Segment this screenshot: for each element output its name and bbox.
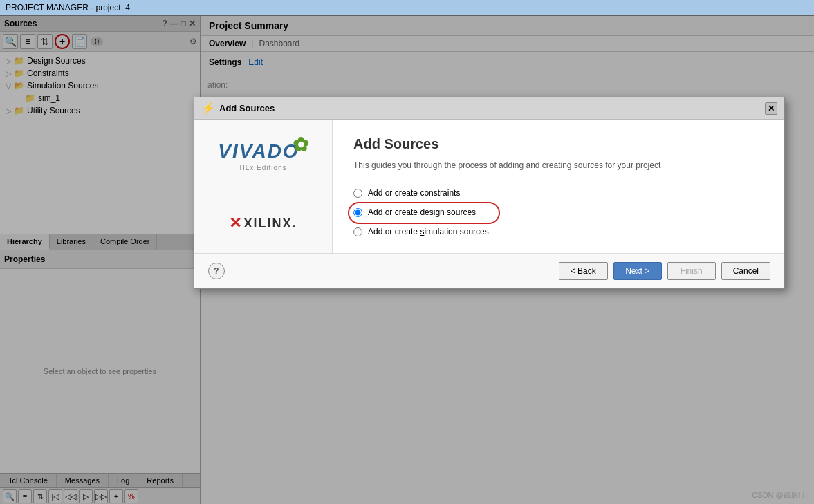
back-button[interactable]: < Back <box>559 262 608 280</box>
option-design-label: Add or create design sources <box>368 207 476 217</box>
dialog-heading: Add Sources <box>353 136 764 152</box>
dialog-body: VIVADO ✿ HLx Editions ✕ XILINX. Add Sour… <box>194 120 784 253</box>
title-text: PROJECT MANAGER - project_4 <box>6 3 130 12</box>
dialog-logo-area: VIVADO ✿ HLx Editions ✕ XILINX. <box>194 120 333 253</box>
vivado-icon: ⚡ <box>201 102 215 115</box>
next-button[interactable]: Next > <box>613 262 662 280</box>
option-simulation-label: Add or create simulation sources <box>368 227 489 236</box>
xilinx-x-icon: ✕ <box>229 214 241 232</box>
watermark: CSDN @疏影hh <box>752 490 807 501</box>
dialog-description: This guides you through the process of a… <box>353 159 764 171</box>
footer-right: < Back Next > Finish Cancel <box>559 262 770 280</box>
option-design-sources[interactable]: Add or create design sources <box>353 207 764 217</box>
radio-design-sources[interactable] <box>353 208 362 217</box>
option-simulation-sources[interactable]: Add or create simulation sources <box>353 227 764 236</box>
radio-simulation-sources[interactable] <box>353 227 362 236</box>
radio-constraints[interactable] <box>353 189 362 198</box>
radio-group: Add or create constraints Add or create … <box>353 188 764 236</box>
vivado-leaf-icon: ✿ <box>293 133 308 156</box>
xilinx-text: XILINX. <box>243 216 297 231</box>
finish-button[interactable]: Finish <box>667 262 716 280</box>
vivado-text: VIVADO <box>218 140 299 162</box>
option-constraints-label: Add or create constraints <box>368 188 460 198</box>
vivado-logo: VIVADO ✿ HLx Editions <box>218 140 308 171</box>
add-sources-dialog: ⚡ Add Sources ✕ VIVADO ✿ HLx Editions ✕ … <box>194 97 785 289</box>
vivado-subtitle: HLx Editions <box>239 164 286 171</box>
xilinx-logo: ✕ XILINX. <box>229 200 297 232</box>
dialog-content: Add Sources This guides you through the … <box>333 120 784 253</box>
title-bar: PROJECT MANAGER - project_4 <box>0 0 814 16</box>
help-button[interactable]: ? <box>208 263 225 279</box>
dialog-titlebar: ⚡ Add Sources ✕ <box>194 97 784 120</box>
dialog-footer: ? < Back Next > Finish Cancel <box>194 253 784 288</box>
option-constraints[interactable]: Add or create constraints <box>353 188 764 198</box>
dialog-close-button[interactable]: ✕ <box>765 102 777 115</box>
dialog-title: Add Sources <box>219 103 275 113</box>
footer-left: ? <box>208 263 225 279</box>
dialog-titlebar-left: ⚡ Add Sources <box>201 102 275 115</box>
cancel-button[interactable]: Cancel <box>721 262 770 280</box>
